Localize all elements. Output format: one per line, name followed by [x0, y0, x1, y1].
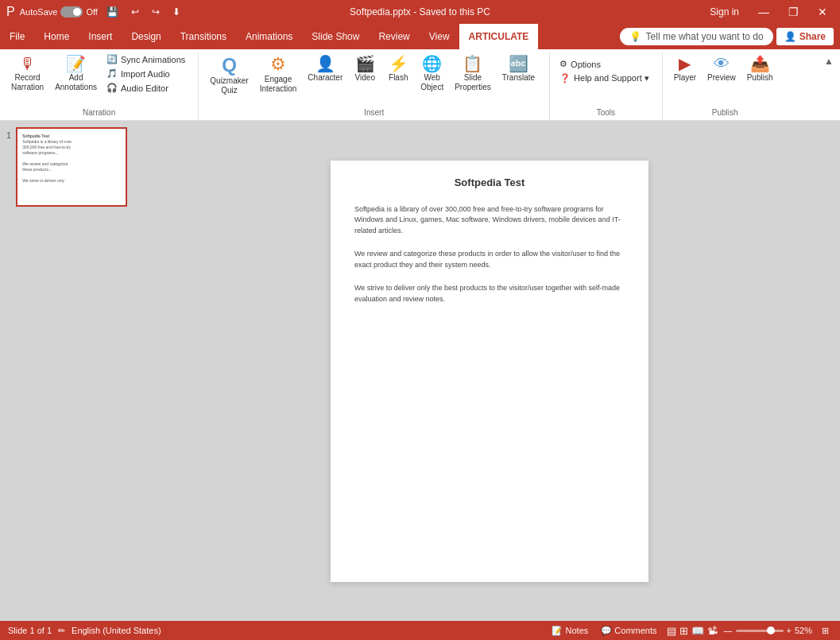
- web-object-button[interactable]: 🌐 WebObject: [416, 52, 448, 100]
- title-bar-left: P AutoSave Off 💾 ↩ ↪ ⬇: [6, 5, 184, 19]
- import-audio-icon: 🎵: [106, 68, 118, 79]
- zoom-percent: 52%: [795, 626, 812, 635]
- view-icons: ▤ ⊞ 📖 📽: [667, 625, 718, 637]
- ribbon-group-narration: 🎙 RecordNarration 📝 AddAnnotations 🔄 Syn…: [0, 52, 199, 120]
- ribbon-collapse-button[interactable]: ▲: [818, 52, 840, 120]
- restore-button[interactable]: ❐: [782, 0, 805, 24]
- quizmaker-icon: Q: [222, 56, 237, 75]
- comments-label: Comments: [614, 626, 656, 635]
- slide-thumbnail-1[interactable]: 1 Softpedia Test Softpedia is a library …: [6, 127, 133, 207]
- save-button[interactable]: 💾: [103, 5, 122, 19]
- audio-editor-label: Audio Editor: [121, 83, 168, 93]
- normal-view-icon[interactable]: ▤: [667, 625, 676, 637]
- flash-icon: ⚡: [389, 56, 408, 72]
- slide-properties-icon: 📋: [463, 56, 482, 72]
- menu-home[interactable]: Home: [34, 24, 79, 49]
- video-button[interactable]: 🎬 Video: [349, 52, 381, 100]
- character-icon: 👤: [315, 56, 335, 72]
- comments-button[interactable]: 💬 Comments: [598, 626, 660, 636]
- menu-slideshow[interactable]: Slide Show: [302, 24, 369, 49]
- import-audio-button[interactable]: 🎵 Import Audio: [103, 67, 188, 80]
- flash-button[interactable]: ⚡ Flash: [382, 52, 414, 100]
- canvas-area: Softpedia Test Softpedia is a library of…: [139, 121, 840, 621]
- sign-in-button[interactable]: Sign in: [703, 6, 745, 17]
- translate-icon: 🔤: [509, 56, 528, 72]
- powerpoint-logo-icon: P: [6, 5, 15, 19]
- slideshow-icon[interactable]: 📽: [707, 625, 718, 637]
- reading-view-icon[interactable]: 📖: [691, 625, 704, 637]
- slide-paragraph-2: We review and categorize these products …: [354, 249, 625, 270]
- notes-button[interactable]: 📝 Notes: [548, 626, 591, 636]
- language: English (United States): [72, 626, 161, 635]
- help-support-button[interactable]: ❓ Help and Support ▾: [556, 72, 652, 85]
- preview-button[interactable]: 👁 Preview: [703, 52, 741, 100]
- web-object-label: WebObject: [420, 73, 443, 92]
- quizmaker-label: QuizmakerQuiz: [210, 76, 248, 95]
- import-audio-label: Import Audio: [121, 69, 170, 79]
- tell-me-box[interactable]: 💡 Tell me what you want to do: [620, 28, 773, 45]
- options-label: Options: [571, 60, 601, 69]
- menu-insert[interactable]: Insert: [79, 24, 122, 49]
- character-button[interactable]: 👤 Character: [303, 52, 347, 100]
- slide-paragraph-1: Softpedia is a library of over 300,000 f…: [354, 204, 625, 237]
- web-icon: 🌐: [422, 56, 442, 72]
- flash-label: Flash: [389, 73, 408, 83]
- publish-button[interactable]: 📤 Publish: [742, 52, 778, 100]
- slides-panel: 1 Softpedia Test Softpedia is a library …: [0, 121, 139, 621]
- options-button[interactable]: ⚙ Options: [556, 57, 652, 71]
- player-button[interactable]: ▶ Player: [669, 52, 701, 100]
- undo-button[interactable]: ↩: [127, 5, 143, 19]
- notes-label: Notes: [566, 626, 589, 635]
- customize-qat-button[interactable]: ⬇: [168, 5, 184, 19]
- add-annotations-button[interactable]: 📝 AddAnnotations: [50, 52, 102, 100]
- slide-preview[interactable]: Softpedia Test Softpedia is a library of…: [16, 127, 127, 207]
- menu-review[interactable]: Review: [369, 24, 419, 49]
- menu-view[interactable]: View: [420, 24, 459, 49]
- insert-group-label: Insert: [199, 108, 549, 117]
- slide-properties-button[interactable]: 📋 SlideProperties: [450, 52, 496, 100]
- zoom-slider[interactable]: [736, 630, 784, 632]
- slide-paragraph-3: We strive to deliver only the best produ…: [354, 283, 625, 304]
- engage-label: EngageInteraction: [260, 75, 297, 94]
- record-narration-button[interactable]: 🎙 RecordNarration: [6, 52, 48, 100]
- status-left: Slide 1 of 1 ✏ English (United States): [8, 626, 161, 636]
- tools-group-label: Tools: [550, 108, 662, 117]
- status-right: 📝 Notes 💬 Comments ▤ ⊞ 📖 📽 — + 52% ⊞: [548, 625, 832, 637]
- minimize-button[interactable]: —: [752, 0, 776, 24]
- help-icon: ❓: [559, 73, 571, 83]
- fit-to-window-button[interactable]: ⊞: [819, 626, 832, 636]
- publish-group-label: Publish: [663, 108, 788, 117]
- translate-label: Translate: [502, 73, 535, 83]
- engage-interaction-button[interactable]: ⚙ EngageInteraction: [255, 52, 302, 100]
- player-label: Player: [674, 73, 696, 83]
- slide-canvas[interactable]: Softpedia Test Softpedia is a library of…: [331, 161, 648, 582]
- redo-button[interactable]: ↪: [148, 5, 164, 19]
- audio-editor-icon: 🎧: [106, 83, 118, 93]
- ribbon: 🎙 RecordNarration 📝 AddAnnotations 🔄 Syn…: [0, 49, 840, 121]
- menu-file[interactable]: File: [0, 24, 34, 49]
- publish-icon: 📤: [750, 56, 770, 72]
- translate-button[interactable]: 🔤 Translate: [497, 52, 540, 100]
- menu-design[interactable]: Design: [122, 24, 170, 49]
- sync-animations-button[interactable]: 🔄 Sync Animations: [103, 52, 188, 66]
- video-icon: 🎬: [355, 56, 375, 72]
- autosave-toggle[interactable]: [60, 6, 83, 17]
- menu-animations[interactable]: Animations: [236, 24, 302, 49]
- add-annotations-label: AddAnnotations: [55, 73, 97, 92]
- zoom-out-icon[interactable]: —: [724, 626, 733, 635]
- thumbnail-text: Softpedia Test Softpedia is a library of…: [22, 134, 121, 184]
- publish-label: Publish: [747, 73, 773, 83]
- autosave-knob: [73, 8, 81, 16]
- preview-icon: 👁: [714, 56, 730, 72]
- menu-articulate[interactable]: ARTICULATE: [459, 24, 539, 49]
- close-button[interactable]: ✕: [811, 0, 834, 24]
- menu-transitions[interactable]: Transitions: [171, 24, 236, 49]
- audio-editor-button[interactable]: 🎧 Audio Editor: [103, 81, 188, 95]
- slide-sorter-icon[interactable]: ⊞: [679, 625, 688, 637]
- share-button[interactable]: 👤 Share: [776, 28, 834, 45]
- annotate-icon: 📝: [66, 56, 86, 72]
- quizmaker-button[interactable]: Q QuizmakerQuiz: [205, 52, 253, 100]
- zoom-in-icon[interactable]: +: [787, 626, 792, 635]
- zoom-control: — + 52%: [724, 626, 812, 635]
- autosave-control: AutoSave Off: [20, 6, 98, 17]
